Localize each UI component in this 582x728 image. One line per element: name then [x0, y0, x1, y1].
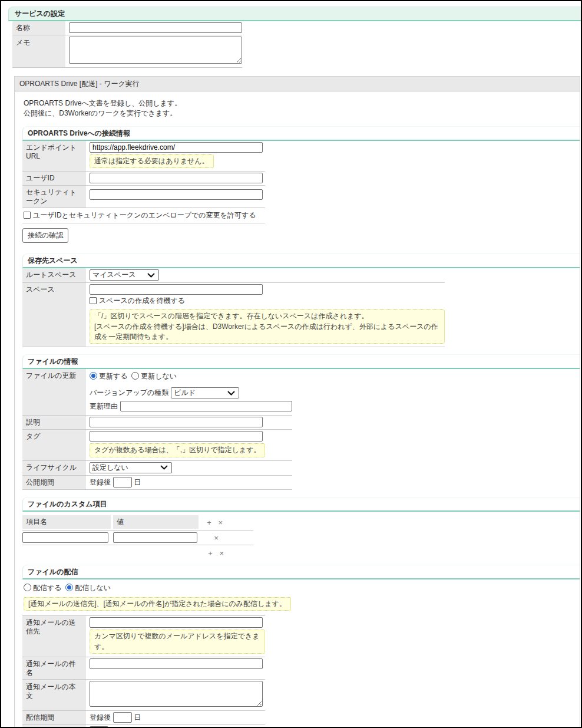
service-settings-header: サービスの設定	[8, 6, 582, 21]
update-yes-radio[interactable]	[90, 372, 97, 380]
space-input[interactable]	[90, 284, 263, 295]
custom-field-name-input[interactable]	[22, 532, 108, 543]
user-id-input[interactable]	[90, 173, 263, 183]
add-row-icon[interactable]: +	[206, 549, 215, 558]
description-line-1: OPROARTS Driveへ文書を登録し、公開します。	[24, 98, 580, 108]
deliver-no-radio[interactable]	[65, 584, 73, 591]
lifecycle-selected-value: 設定しない	[92, 463, 128, 473]
version-type-label: バージョンアップの種類	[90, 388, 168, 397]
mail-subject-input[interactable]	[90, 658, 263, 669]
delivery-period-suffix: 日	[134, 713, 141, 722]
mail-subject-label: 通知メールの件名	[22, 657, 86, 679]
deliver-yes-label: 配信する	[33, 584, 62, 592]
update-reason-label: 更新理由	[90, 402, 118, 410]
connection-test-button[interactable]: 接続の確認	[22, 228, 68, 243]
version-type-selected-value: ビルド	[174, 388, 196, 398]
space-note-line-2: [スペースの作成を待機する]場合は、D3Workerによるスペースの作成は行われ…	[94, 322, 438, 341]
remove-row-icon[interactable]: ×	[211, 533, 221, 542]
mail-to-note: カンマ区切りで複数のメールアドレスを指定できます。	[90, 630, 265, 654]
delivery-period-label: 配信期間	[22, 711, 86, 724]
service-memo-textarea[interactable]	[69, 37, 242, 64]
endpoint-label: エンドポイントURL	[22, 141, 86, 171]
publish-period-prefix: 登録後	[90, 478, 111, 486]
file-info-section: ファイルの更新 更新する 更新しない バージョンアップの種類 ビルド 更新理由	[22, 369, 292, 489]
security-token-label: セキュリティトークン	[22, 186, 86, 207]
file-description-input[interactable]	[90, 417, 263, 427]
mail-body-textarea[interactable]	[90, 681, 263, 707]
root-space-selected-value: マイスペース	[92, 270, 135, 280]
chevron-down-icon	[223, 389, 235, 397]
space-section: ルートスペース マイスペース スペース スペースの作成を待機する 「/」	[22, 268, 445, 347]
add-row-icon[interactable]: +	[204, 518, 214, 527]
custom-field-name-header: 項目名	[22, 515, 111, 529]
description-line-2: 公開後に、D3Workerのワークを実行できます。	[24, 108, 580, 118]
file-update-label: ファイルの更新	[22, 369, 86, 415]
update-no-label: 更新しない	[141, 372, 177, 380]
space-note: 「/」区切りでスペースの階層を指定できます。存在しないスペースは作成されます。 …	[90, 309, 445, 344]
delivery-period-prefix: 登録後	[90, 713, 111, 722]
envelope-change-checkbox[interactable]	[24, 212, 31, 219]
root-space-label: ルートスペース	[22, 268, 86, 282]
name-label: 名称	[12, 21, 65, 35]
file-description-label: 説明	[22, 416, 86, 429]
remove-row-icon[interactable]: ×	[217, 549, 226, 558]
space-label: スペース	[22, 283, 86, 347]
delivery-days-input[interactable]	[113, 712, 132, 723]
custom-fields-section-header: ファイルのカスタム項目	[22, 497, 580, 512]
chevron-down-icon	[143, 271, 155, 279]
publish-days-input[interactable]	[113, 477, 132, 487]
mail-to-input[interactable]	[90, 617, 263, 628]
connection-section: エンドポイントURL 通常は指定する必要はありません。 ユーザID セキュリティ…	[22, 141, 265, 246]
panel-title: OPROARTS Drive [配送] - ワーク実行	[15, 76, 580, 91]
endpoint-url-input[interactable]	[90, 142, 263, 153]
endpoint-note: 通常は指定する必要はありません。	[90, 154, 214, 168]
deliver-no-label: 配信しない	[75, 584, 111, 592]
file-info-section-header: ファイルの情報	[22, 354, 580, 369]
memo-label: メモ	[12, 35, 65, 67]
custom-field-value-input[interactable]	[113, 532, 197, 543]
publish-period-label: 公開期間	[22, 476, 86, 489]
publish-period-suffix: 日	[134, 478, 141, 486]
tag-label: タグ	[22, 430, 86, 460]
lifecycle-select[interactable]: 設定しない	[90, 462, 172, 473]
update-yes-label: 更新する	[99, 372, 128, 380]
mail-body-label: 通知メールの本文	[22, 680, 86, 710]
delivery-section-header: ファイルの配信	[22, 565, 580, 579]
wait-space-creation-label: スペースの作成を待機する	[99, 297, 185, 305]
space-section-header: 保存先スペース	[22, 253, 580, 268]
security-token-input[interactable]	[90, 189, 263, 200]
delivery-section: 配信する 配信しない [通知メールの送信先]、[通知メールの件名]が指定された場…	[22, 583, 580, 728]
wait-space-creation-checkbox[interactable]	[90, 297, 97, 304]
service-settings-section: サービスの設定 名称 メモ	[8, 6, 581, 68]
service-name-input[interactable]	[69, 22, 242, 33]
drive-work-panel: OPROARTS Drive [配送] - ワーク実行 OPROARTS Dri…	[14, 76, 580, 728]
download-count-label: ダウンロード回数	[22, 725, 86, 728]
update-no-radio[interactable]	[131, 372, 139, 380]
user-id-label: ユーザID	[22, 172, 86, 185]
custom-field-value-header: 値	[113, 515, 199, 529]
name-row: 名称	[12, 21, 242, 35]
chevron-down-icon	[156, 463, 168, 472]
deliver-yes-radio[interactable]	[24, 584, 31, 591]
tag-input[interactable]	[90, 431, 263, 442]
space-note-line-1: 「/」区切りでスペースの階層を指定できます。存在しないスペースは作成されます。	[94, 312, 369, 320]
custom-fields-table: 項目名 値 + × × + ×	[22, 515, 253, 558]
remove-row-icon[interactable]: ×	[216, 518, 225, 527]
panel-description: OPROARTS Driveへ文書を登録し、公開します。 公開後に、D3Work…	[24, 98, 580, 119]
connection-section-header: OPROARTS Driveへの接続情報	[22, 126, 580, 141]
version-type-select[interactable]: ビルド	[171, 387, 239, 398]
mail-to-label: 通知メールの送信先	[22, 616, 86, 657]
memo-row: メモ	[12, 35, 242, 68]
tag-note: タグが複数ある場合は、「,」区切りで指定します。	[90, 443, 265, 457]
update-reason-input[interactable]	[120, 401, 292, 411]
root-space-select[interactable]: マイスペース	[90, 269, 159, 281]
envelope-change-checkbox-label: ユーザIDとセキュリティトークンのエンベロープでの変更を許可する	[33, 211, 256, 219]
lifecycle-label: ライフサイクル	[22, 461, 86, 475]
delivery-note: [通知メールの送信先]、[通知メールの件名]が指定された場合にのみ配信します。	[24, 597, 291, 611]
